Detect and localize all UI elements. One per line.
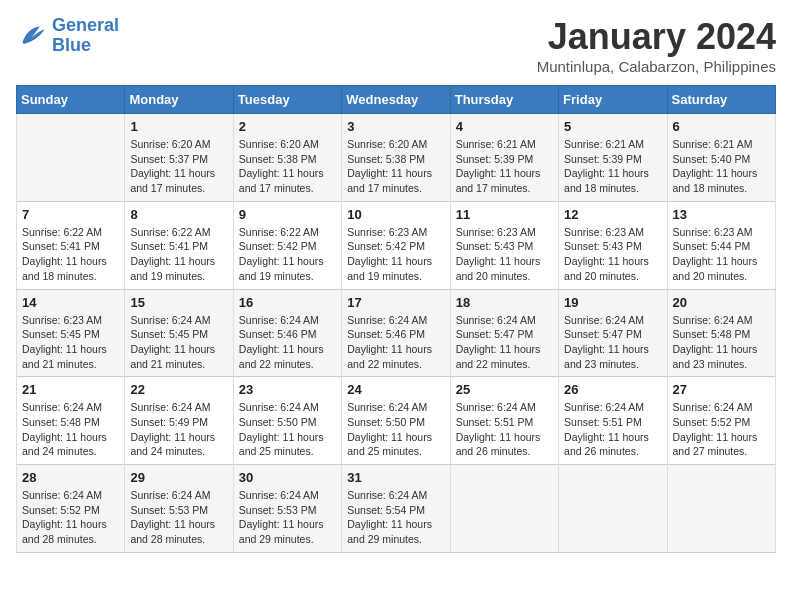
daylight-text: Daylight: 11 hours and 23 minutes. xyxy=(673,342,770,371)
daylight-text: Daylight: 11 hours and 21 minutes. xyxy=(22,342,119,371)
sunrise-text: Sunrise: 6:24 AM xyxy=(130,313,227,328)
sunrise-text: Sunrise: 6:23 AM xyxy=(22,313,119,328)
day-info: Sunrise: 6:23 AMSunset: 5:43 PMDaylight:… xyxy=(456,225,553,284)
sunset-text: Sunset: 5:40 PM xyxy=(673,152,770,167)
daylight-text: Daylight: 11 hours and 20 minutes. xyxy=(456,254,553,283)
day-info: Sunrise: 6:24 AMSunset: 5:45 PMDaylight:… xyxy=(130,313,227,372)
daylight-text: Daylight: 11 hours and 27 minutes. xyxy=(673,430,770,459)
calendar-cell: 14Sunrise: 6:23 AMSunset: 5:45 PMDayligh… xyxy=(17,289,125,377)
sunset-text: Sunset: 5:44 PM xyxy=(673,239,770,254)
calendar-cell xyxy=(559,465,667,553)
header-wednesday: Wednesday xyxy=(342,86,450,114)
day-info: Sunrise: 6:22 AMSunset: 5:41 PMDaylight:… xyxy=(130,225,227,284)
daylight-text: Daylight: 11 hours and 19 minutes. xyxy=(239,254,336,283)
daylight-text: Daylight: 11 hours and 29 minutes. xyxy=(239,517,336,546)
day-number: 29 xyxy=(130,470,227,485)
day-number: 31 xyxy=(347,470,444,485)
calendar-cell: 31Sunrise: 6:24 AMSunset: 5:54 PMDayligh… xyxy=(342,465,450,553)
daylight-text: Daylight: 11 hours and 28 minutes. xyxy=(130,517,227,546)
day-info: Sunrise: 6:22 AMSunset: 5:41 PMDaylight:… xyxy=(22,225,119,284)
day-info: Sunrise: 6:23 AMSunset: 5:42 PMDaylight:… xyxy=(347,225,444,284)
daylight-text: Daylight: 11 hours and 19 minutes. xyxy=(130,254,227,283)
daylight-text: Daylight: 11 hours and 24 minutes. xyxy=(22,430,119,459)
sunrise-text: Sunrise: 6:20 AM xyxy=(239,137,336,152)
calendar-cell: 25Sunrise: 6:24 AMSunset: 5:51 PMDayligh… xyxy=(450,377,558,465)
header-friday: Friday xyxy=(559,86,667,114)
sunset-text: Sunset: 5:52 PM xyxy=(22,503,119,518)
sunrise-text: Sunrise: 6:21 AM xyxy=(456,137,553,152)
day-info: Sunrise: 6:20 AMSunset: 5:37 PMDaylight:… xyxy=(130,137,227,196)
calendar-cell: 20Sunrise: 6:24 AMSunset: 5:48 PMDayligh… xyxy=(667,289,775,377)
sunset-text: Sunset: 5:50 PM xyxy=(239,415,336,430)
header-tuesday: Tuesday xyxy=(233,86,341,114)
sunset-text: Sunset: 5:46 PM xyxy=(239,327,336,342)
sunrise-text: Sunrise: 6:24 AM xyxy=(239,313,336,328)
calendar-cell: 26Sunrise: 6:24 AMSunset: 5:51 PMDayligh… xyxy=(559,377,667,465)
week-row-2: 7Sunrise: 6:22 AMSunset: 5:41 PMDaylight… xyxy=(17,201,776,289)
daylight-text: Daylight: 11 hours and 26 minutes. xyxy=(564,430,661,459)
daylight-text: Daylight: 11 hours and 24 minutes. xyxy=(130,430,227,459)
day-number: 18 xyxy=(456,295,553,310)
calendar-cell: 6Sunrise: 6:21 AMSunset: 5:40 PMDaylight… xyxy=(667,114,775,202)
day-info: Sunrise: 6:23 AMSunset: 5:43 PMDaylight:… xyxy=(564,225,661,284)
day-info: Sunrise: 6:24 AMSunset: 5:49 PMDaylight:… xyxy=(130,400,227,459)
page-header: General Blue January 2024 Muntinlupa, Ca… xyxy=(16,16,776,75)
sunrise-text: Sunrise: 6:24 AM xyxy=(22,488,119,503)
sunset-text: Sunset: 5:47 PM xyxy=(456,327,553,342)
daylight-text: Daylight: 11 hours and 23 minutes. xyxy=(564,342,661,371)
daylight-text: Daylight: 11 hours and 18 minutes. xyxy=(673,166,770,195)
calendar-header-row: SundayMondayTuesdayWednesdayThursdayFrid… xyxy=(17,86,776,114)
logo-line1: General xyxy=(52,15,119,35)
sunrise-text: Sunrise: 6:24 AM xyxy=(347,313,444,328)
day-info: Sunrise: 6:24 AMSunset: 5:52 PMDaylight:… xyxy=(673,400,770,459)
calendar-cell: 9Sunrise: 6:22 AMSunset: 5:42 PMDaylight… xyxy=(233,201,341,289)
sunset-text: Sunset: 5:42 PM xyxy=(239,239,336,254)
day-info: Sunrise: 6:24 AMSunset: 5:50 PMDaylight:… xyxy=(239,400,336,459)
day-info: Sunrise: 6:24 AMSunset: 5:52 PMDaylight:… xyxy=(22,488,119,547)
calendar-cell: 21Sunrise: 6:24 AMSunset: 5:48 PMDayligh… xyxy=(17,377,125,465)
sunrise-text: Sunrise: 6:20 AM xyxy=(130,137,227,152)
header-saturday: Saturday xyxy=(667,86,775,114)
day-info: Sunrise: 6:24 AMSunset: 5:53 PMDaylight:… xyxy=(239,488,336,547)
daylight-text: Daylight: 11 hours and 17 minutes. xyxy=(239,166,336,195)
day-number: 11 xyxy=(456,207,553,222)
day-number: 30 xyxy=(239,470,336,485)
sunset-text: Sunset: 5:47 PM xyxy=(564,327,661,342)
day-number: 22 xyxy=(130,382,227,397)
calendar-cell: 30Sunrise: 6:24 AMSunset: 5:53 PMDayligh… xyxy=(233,465,341,553)
day-number: 8 xyxy=(130,207,227,222)
header-monday: Monday xyxy=(125,86,233,114)
sunrise-text: Sunrise: 6:24 AM xyxy=(564,400,661,415)
day-number: 23 xyxy=(239,382,336,397)
daylight-text: Daylight: 11 hours and 19 minutes. xyxy=(347,254,444,283)
week-row-5: 28Sunrise: 6:24 AMSunset: 5:52 PMDayligh… xyxy=(17,465,776,553)
calendar-title: January 2024 xyxy=(537,16,776,58)
day-number: 19 xyxy=(564,295,661,310)
sunrise-text: Sunrise: 6:24 AM xyxy=(239,400,336,415)
sunset-text: Sunset: 5:43 PM xyxy=(564,239,661,254)
daylight-text: Daylight: 11 hours and 22 minutes. xyxy=(347,342,444,371)
calendar-body: 1Sunrise: 6:20 AMSunset: 5:37 PMDaylight… xyxy=(17,114,776,553)
day-number: 26 xyxy=(564,382,661,397)
calendar-cell: 16Sunrise: 6:24 AMSunset: 5:46 PMDayligh… xyxy=(233,289,341,377)
daylight-text: Daylight: 11 hours and 20 minutes. xyxy=(564,254,661,283)
sunset-text: Sunset: 5:49 PM xyxy=(130,415,227,430)
sunrise-text: Sunrise: 6:24 AM xyxy=(673,313,770,328)
calendar-cell: 29Sunrise: 6:24 AMSunset: 5:53 PMDayligh… xyxy=(125,465,233,553)
sunset-text: Sunset: 5:46 PM xyxy=(347,327,444,342)
day-number: 13 xyxy=(673,207,770,222)
calendar-subtitle: Muntinlupa, Calabarzon, Philippines xyxy=(537,58,776,75)
header-thursday: Thursday xyxy=(450,86,558,114)
sunset-text: Sunset: 5:37 PM xyxy=(130,152,227,167)
calendar-cell: 19Sunrise: 6:24 AMSunset: 5:47 PMDayligh… xyxy=(559,289,667,377)
day-info: Sunrise: 6:24 AMSunset: 5:46 PMDaylight:… xyxy=(347,313,444,372)
sunrise-text: Sunrise: 6:23 AM xyxy=(456,225,553,240)
day-number: 27 xyxy=(673,382,770,397)
calendar-cell: 5Sunrise: 6:21 AMSunset: 5:39 PMDaylight… xyxy=(559,114,667,202)
sunrise-text: Sunrise: 6:24 AM xyxy=(22,400,119,415)
sunset-text: Sunset: 5:41 PM xyxy=(22,239,119,254)
calendar-cell: 17Sunrise: 6:24 AMSunset: 5:46 PMDayligh… xyxy=(342,289,450,377)
day-number: 4 xyxy=(456,119,553,134)
sunset-text: Sunset: 5:43 PM xyxy=(456,239,553,254)
sunrise-text: Sunrise: 6:23 AM xyxy=(347,225,444,240)
